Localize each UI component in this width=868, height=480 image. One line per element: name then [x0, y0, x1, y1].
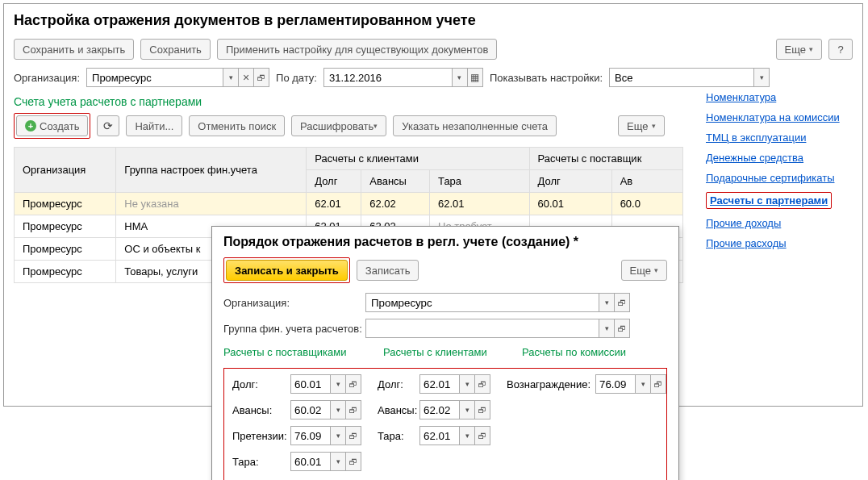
filter-row: Организация: По дату: Показывать настрой… [14, 68, 853, 87]
write-button[interactable]: Записать [357, 260, 419, 281]
col-advance[interactable]: Авансы [361, 170, 430, 193]
col-sdebt[interactable]: Долг [529, 170, 611, 193]
sidebar-item-income[interactable]: Прочие доходы [706, 217, 851, 229]
sidebar-nav: Номенклатура Номенклатура на комиссии ТМ… [706, 91, 851, 257]
find-button[interactable]: Найти... [126, 115, 182, 136]
save-button[interactable]: Сохранить [140, 39, 211, 60]
col-org[interactable]: Организация [15, 148, 116, 193]
clients-column: Долг: Авансы: Тара: [378, 374, 490, 410]
dialog-group-row: Группа фин. учета расчетов: [223, 319, 667, 338]
page-title: Настройка отражения документов в регламе… [14, 12, 853, 29]
col-group[interactable]: Группа настроек фин.учета [116, 148, 307, 193]
unfilled-button[interactable]: Указать незаполненные счета [393, 115, 557, 136]
sup-advance-input[interactable] [290, 400, 331, 410]
create-dialog: Порядок отражения расчетов в регл. учете… [211, 226, 679, 410]
sidebar-item-tmc[interactable]: ТМЦ в эксплуатации [706, 131, 851, 144]
dialog-org-label: Организация: [223, 297, 365, 309]
cancel-search-button[interactable]: Отменить поиск [189, 115, 285, 136]
col-debt[interactable]: Долг [307, 170, 361, 193]
open-icon[interactable] [474, 374, 490, 394]
plus-icon: + [25, 120, 36, 131]
sup-debt-input[interactable] [290, 374, 331, 394]
sidebar-item-expense[interactable]: Прочие расходы [706, 237, 851, 249]
col-clients-title: Расчеты с клиентами [383, 346, 504, 358]
sidebar-item-nomenclature-commission[interactable]: Номенклатура на комиссии [706, 111, 851, 123]
dialog-title: Порядок отражения расчетов в регл. учете… [223, 235, 667, 249]
dialog-more-button[interactable]: Еще [621, 260, 667, 281]
dropdown-icon[interactable] [459, 400, 475, 410]
calendar-icon[interactable] [467, 68, 483, 87]
help-button[interactable]: ? [828, 39, 853, 60]
org-combo [86, 68, 269, 87]
dialog-group-label: Группа фин. учета расчетов: [223, 323, 365, 335]
date-input[interactable] [323, 68, 453, 87]
write-close-button[interactable]: Записать и закрыть [226, 260, 348, 281]
refresh-icon [103, 119, 113, 132]
sidebar-item-nomenclature[interactable]: Номенклатура [706, 91, 851, 103]
dropdown-icon[interactable] [330, 400, 346, 410]
dropdown-icon[interactable] [330, 374, 346, 394]
show-combo [609, 68, 770, 87]
col-sadv[interactable]: Ав [611, 170, 682, 193]
open-icon[interactable] [650, 374, 666, 394]
col-clients[interactable]: Расчеты с клиентами [307, 148, 529, 170]
col-suppliers-title: Расчеты с поставщиками [223, 346, 365, 358]
org-clear-icon[interactable] [238, 68, 254, 87]
dialog-group-open-icon[interactable] [614, 319, 630, 338]
dialog-org-open-icon[interactable] [614, 293, 630, 312]
cli-debt-input[interactable] [419, 374, 460, 394]
date-dropdown-icon[interactable] [452, 68, 468, 87]
show-label: Показывать настройки: [490, 72, 603, 84]
cli-advance-input[interactable] [419, 400, 460, 410]
dropdown-icon[interactable] [459, 374, 475, 394]
table-row[interactable]: Промресурс Не указана 62.01 62.02 62.01 … [15, 193, 683, 215]
org-dropdown-icon[interactable] [223, 68, 239, 87]
dialog-org-input[interactable] [365, 293, 599, 312]
show-dropdown-icon[interactable] [753, 68, 770, 87]
apply-settings-button[interactable]: Применить настройку для существующих док… [217, 39, 498, 60]
accounts-panel: Долг: Авансы: Претензии: Тара: Долг: Ава… [223, 368, 667, 410]
commission-column: Вознаграждение: [507, 374, 666, 410]
dialog-org-row: Организация: [223, 293, 667, 312]
create-button[interactable]: + Создать [16, 115, 88, 136]
more-button[interactable]: Еще [776, 39, 822, 60]
org-input[interactable] [86, 68, 223, 87]
org-open-icon[interactable] [253, 68, 269, 87]
show-input[interactable] [609, 68, 754, 87]
open-icon[interactable] [345, 374, 361, 394]
dialog-toolbar: Записать и закрыть Записать Еще [223, 257, 667, 283]
sidebar-item-gift[interactable]: Подарочные сертификаты [706, 172, 851, 184]
com-reward-input[interactable] [595, 374, 636, 394]
sidebar-item-cash[interactable]: Денежные средства [706, 152, 851, 164]
date-label: По дату: [276, 72, 317, 84]
org-label: Организация: [14, 72, 80, 84]
create-label: Создать [40, 120, 79, 132]
col-tara[interactable]: Тара [430, 170, 530, 193]
open-icon[interactable] [345, 400, 361, 410]
dialog-group-input[interactable] [365, 319, 599, 338]
sidebar-item-partners[interactable]: Расчеты с партнерами [706, 192, 832, 209]
dialog-org-dropdown-icon[interactable] [599, 293, 615, 312]
decode-button[interactable]: Расшифровать [291, 115, 386, 136]
section-more-button[interactable]: Еще [618, 115, 664, 136]
col-suppliers[interactable]: Расчеты с поставщик [529, 148, 682, 170]
suppliers-column: Долг: Авансы: Претензии: Тара: [232, 374, 361, 410]
save-close-button[interactable]: Сохранить и закрыть [14, 39, 134, 60]
open-icon[interactable] [474, 400, 490, 410]
date-combo [323, 68, 483, 87]
col-commission-title: Расчеты по комиссии [522, 346, 626, 358]
refresh-button[interactable] [97, 115, 119, 136]
dropdown-icon[interactable] [635, 374, 651, 394]
main-toolbar: Сохранить и закрыть Сохранить Применить … [14, 39, 853, 60]
dialog-group-dropdown-icon[interactable] [599, 319, 615, 338]
